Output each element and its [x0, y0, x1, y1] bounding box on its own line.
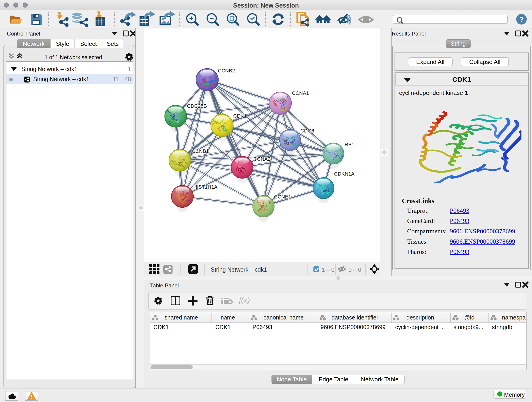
svg-text:CDKN1A: CDKN1A: [334, 171, 355, 177]
svg-text:CCNE1: CCNE1: [274, 194, 291, 200]
svg-text:CDC25B: CDC25B: [187, 103, 207, 109]
svg-text:CCNB2: CCNB2: [218, 68, 235, 74]
svg-text:HIST1H1A: HIST1H1A: [193, 184, 217, 190]
svg-text:CCNA2: CCNA2: [253, 156, 271, 162]
svg-text:CCNB1: CCNB1: [192, 148, 209, 154]
svg-text:CDC6: CDC6: [300, 128, 314, 134]
svg-text:RB1: RB1: [345, 142, 355, 147]
svg-text:CCNA1: CCNA1: [292, 90, 309, 96]
svg-text:CDK1: CDK1: [233, 113, 247, 119]
